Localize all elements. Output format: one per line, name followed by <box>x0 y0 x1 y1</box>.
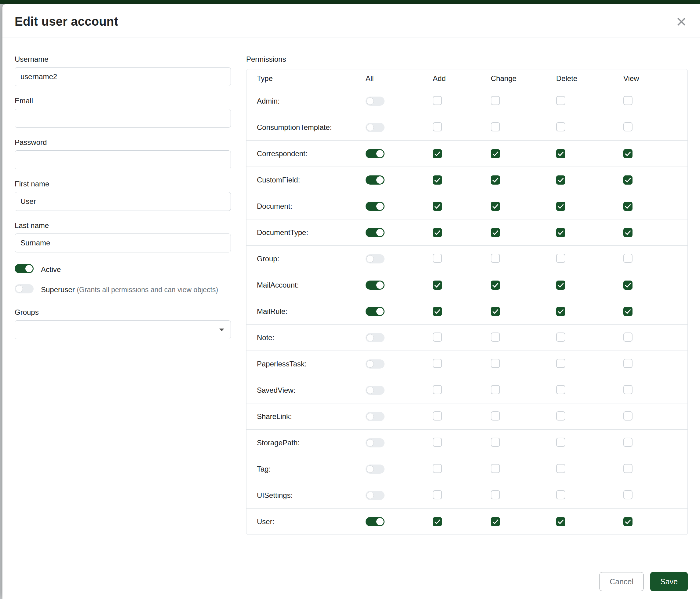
perm-add-checkbox-customfield[interactable] <box>433 175 442 185</box>
perm-delete-checkbox-document[interactable] <box>556 202 565 211</box>
perm-delete-checkbox-note[interactable] <box>556 333 565 342</box>
active-toggle[interactable] <box>15 264 33 273</box>
perm-change-checkbox-savedview[interactable] <box>491 385 500 394</box>
perm-add-checkbox-mailaccount[interactable] <box>433 281 442 290</box>
perm-change-checkbox-mailaccount[interactable] <box>491 281 500 290</box>
save-button[interactable]: Save <box>650 572 688 591</box>
perm-delete-checkbox-mailaccount[interactable] <box>556 281 565 290</box>
perm-change-checkbox-note[interactable] <box>491 333 500 342</box>
perm-view-checkbox-sharelink[interactable] <box>623 411 632 421</box>
perm-delete-checkbox-savedview[interactable] <box>556 385 565 394</box>
perm-view-checkbox-document[interactable] <box>623 202 632 211</box>
perm-add-checkbox-mailrule[interactable] <box>433 307 442 316</box>
cancel-button[interactable]: Cancel <box>600 572 644 591</box>
perm-delete-checkbox-consumptiontemplate[interactable] <box>556 122 565 131</box>
perm-add-checkbox-documenttype[interactable] <box>433 228 442 237</box>
perm-change-checkbox-consumptiontemplate[interactable] <box>491 122 500 131</box>
perm-view-checkbox-user[interactable] <box>623 517 632 526</box>
perm-delete-checkbox-mailrule[interactable] <box>556 307 565 316</box>
perm-all-toggle-mailrule[interactable] <box>366 307 384 316</box>
close-icon[interactable]: × <box>676 15 686 28</box>
perm-view-checkbox-mailaccount[interactable] <box>623 281 632 290</box>
perm-view-checkbox-consumptiontemplate[interactable] <box>623 122 632 131</box>
perm-view-checkbox-note[interactable] <box>623 333 632 342</box>
groups-select-wrap <box>15 320 231 339</box>
perm-view-checkbox-storagepath[interactable] <box>623 438 632 447</box>
perm-delete-checkbox-paperlesstask[interactable] <box>556 359 565 368</box>
perm-all-toggle-note[interactable] <box>366 333 384 342</box>
perm-all-toggle-user[interactable] <box>366 517 384 526</box>
perm-view-checkbox-correspondent[interactable] <box>623 149 632 158</box>
email-input[interactable] <box>15 109 231 128</box>
perm-all-toggle-correspondent[interactable] <box>366 149 384 158</box>
perm-view-checkbox-group[interactable] <box>623 254 632 263</box>
perm-change-checkbox-mailrule[interactable] <box>491 307 500 316</box>
perm-change-checkbox-storagepath[interactable] <box>491 438 500 447</box>
perm-view-checkbox-savedview[interactable] <box>623 385 632 394</box>
perm-add-checkbox-group[interactable] <box>433 254 442 263</box>
perm-change-checkbox-paperlesstask[interactable] <box>491 359 500 368</box>
perm-change-checkbox-tag[interactable] <box>491 464 500 473</box>
perm-delete-checkbox-customfield[interactable] <box>556 175 565 185</box>
perm-change-checkbox-documenttype[interactable] <box>491 228 500 237</box>
perm-add-checkbox-sharelink[interactable] <box>433 411 442 421</box>
perm-change-checkbox-admin[interactable] <box>491 96 500 105</box>
first-name-input[interactable] <box>15 192 231 211</box>
perm-add-checkbox-paperlesstask[interactable] <box>433 359 442 368</box>
perm-view-checkbox-documenttype[interactable] <box>623 228 632 237</box>
perm-delete-checkbox-sharelink[interactable] <box>556 411 565 421</box>
perm-all-toggle-storagepath[interactable] <box>366 438 384 448</box>
last-name-input[interactable] <box>15 234 231 253</box>
password-input[interactable] <box>15 150 231 169</box>
perm-add-checkbox-tag[interactable] <box>433 464 442 473</box>
perm-add-checkbox-uisettings[interactable] <box>433 490 442 499</box>
perm-delete-checkbox-group[interactable] <box>556 254 565 263</box>
perm-row-uisettings: UISettings: <box>247 482 688 508</box>
perm-add-checkbox-storagepath[interactable] <box>433 438 442 447</box>
perm-all-toggle-savedview[interactable] <box>366 386 384 395</box>
perm-all-toggle-paperlesstask[interactable] <box>366 359 384 368</box>
perm-all-toggle-consumptiontemplate[interactable] <box>366 123 384 132</box>
perm-all-toggle-mailaccount[interactable] <box>366 281 384 290</box>
perm-change-checkbox-document[interactable] <box>491 202 500 211</box>
perm-all-toggle-document[interactable] <box>366 202 384 211</box>
perm-delete-checkbox-admin[interactable] <box>556 96 565 105</box>
perm-all-toggle-admin[interactable] <box>366 97 384 106</box>
perm-add-checkbox-correspondent[interactable] <box>433 149 442 158</box>
perm-add-checkbox-admin[interactable] <box>433 96 442 105</box>
username-input[interactable] <box>15 67 231 86</box>
perm-view-checkbox-customfield[interactable] <box>623 175 632 185</box>
groups-select[interactable] <box>15 320 231 339</box>
edit-user-modal: Edit user account × Username Email Passw… <box>2 4 700 599</box>
perm-add-checkbox-note[interactable] <box>433 333 442 342</box>
perm-add-checkbox-user[interactable] <box>433 517 442 526</box>
perm-all-toggle-sharelink[interactable] <box>366 412 384 421</box>
perm-all-toggle-tag[interactable] <box>366 464 384 474</box>
perm-change-checkbox-correspondent[interactable] <box>491 149 500 158</box>
perm-view-checkbox-mailrule[interactable] <box>623 307 632 316</box>
perm-delete-checkbox-tag[interactable] <box>556 464 565 473</box>
perm-add-checkbox-document[interactable] <box>433 202 442 211</box>
perm-add-checkbox-consumptiontemplate[interactable] <box>433 122 442 131</box>
perm-change-checkbox-sharelink[interactable] <box>491 411 500 421</box>
perm-all-toggle-customfield[interactable] <box>366 175 384 185</box>
perm-view-checkbox-uisettings[interactable] <box>623 490 632 499</box>
superuser-toggle[interactable] <box>15 284 33 293</box>
perm-change-checkbox-user[interactable] <box>491 517 500 526</box>
perm-all-toggle-documenttype[interactable] <box>366 228 384 237</box>
perm-change-checkbox-customfield[interactable] <box>491 175 500 185</box>
groups-field-group: Groups <box>15 308 231 339</box>
perm-all-toggle-group[interactable] <box>366 254 384 263</box>
perm-delete-checkbox-storagepath[interactable] <box>556 438 565 447</box>
perm-change-checkbox-uisettings[interactable] <box>491 490 500 499</box>
perm-delete-checkbox-uisettings[interactable] <box>556 490 565 499</box>
perm-delete-checkbox-user[interactable] <box>556 517 565 526</box>
perm-view-checkbox-admin[interactable] <box>623 96 632 105</box>
perm-all-toggle-uisettings[interactable] <box>366 491 384 500</box>
perm-view-checkbox-tag[interactable] <box>623 464 632 473</box>
perm-delete-checkbox-correspondent[interactable] <box>556 149 565 158</box>
perm-view-checkbox-paperlesstask[interactable] <box>623 359 632 368</box>
perm-delete-checkbox-documenttype[interactable] <box>556 228 565 237</box>
perm-change-checkbox-group[interactable] <box>491 254 500 263</box>
perm-add-checkbox-savedview[interactable] <box>433 385 442 394</box>
